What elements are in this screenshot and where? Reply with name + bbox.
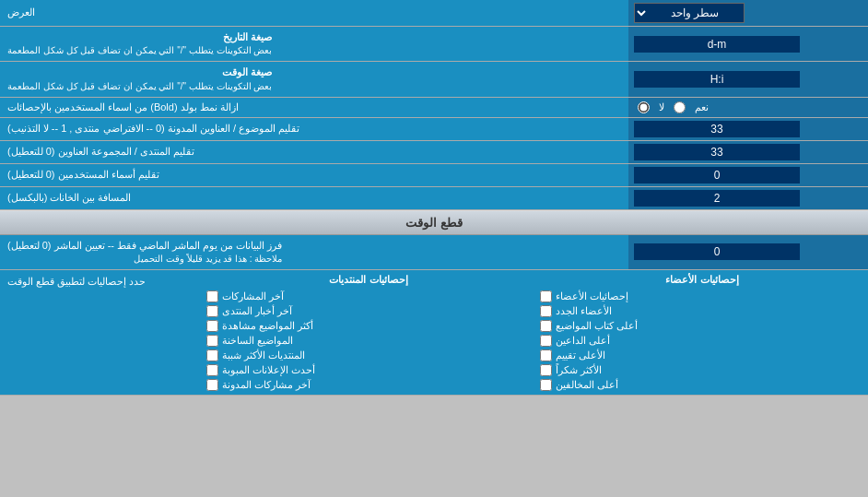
usernames-row: تقليم أسماء المستخدمين (0 للتعطيل) (0, 164, 868, 187)
date-format-title: صيغة التاريخ (7, 30, 272, 44)
check-member-1-label: إحصائيات الأعضاء (556, 290, 628, 302)
forum-topic-input[interactable] (634, 121, 800, 137)
check-item-2: آخر أخبار المنتدى (206, 305, 531, 317)
filter-label-sublabel: ملاحظة : هذا قد يزيد قليلاً وقت التحميل (7, 253, 282, 266)
check-member-5-label: الأعلى تقييم (556, 349, 605, 361)
check-member-4-label: أعلى الداعين (556, 335, 610, 347)
time-cutoff-title: قطع الوقت (405, 216, 463, 230)
check-item-3-label: أكثر المواضيع مشاهدة (222, 320, 313, 332)
check-member-4: أعلى الداعين (540, 335, 864, 347)
check-member-4-checkbox[interactable] (540, 335, 552, 347)
check-item-1-label: آخر المشاركات (222, 290, 284, 302)
check-item-1: آخر المشاركات (206, 290, 531, 302)
filter-row: فرز البيانات من يوم الماشر الماضي فقط --… (0, 235, 868, 270)
check-member-6-label: الأكثر شكراً (556, 364, 602, 376)
time-format-row: صيغة الوقت بعض التكوينات يتطلب "/" التي … (0, 62, 868, 97)
spacing-row: المسافة بين الخانات (بالبكسل) (0, 187, 868, 210)
stats-checkboxes-container: حدد إحصاليات لتطبيق قطع الوقت إحصائيات ا… (0, 270, 868, 396)
check-item-6-label: أحدث الإعلانات المبوبة (222, 364, 315, 376)
check-item-4-checkbox[interactable] (206, 335, 218, 347)
stats-col2-header: إحصائيات الأعضاء (540, 274, 864, 286)
check-item-3: أكثر المواضيع مشاهدة (206, 320, 531, 332)
check-member-5: الأعلى تقييم (540, 349, 864, 361)
spacing-input-cell (628, 187, 868, 209)
bold-label: ازالة نمط بولد (Bold) من اسماء المستخدمي… (0, 98, 628, 117)
filter-input-cell (628, 235, 868, 269)
check-member-5-checkbox[interactable] (540, 349, 552, 361)
forum-group-label: تقليم المنتدى / المجموعة العناوين (0 للت… (0, 141, 628, 163)
check-member-7-checkbox[interactable] (540, 379, 552, 391)
bold-radio-inputs: نعم لا (628, 98, 868, 117)
time-format-title: صيغة الوقت (7, 65, 272, 79)
forum-group-row: تقليم المنتدى / المجموعة العناوين (0 للت… (0, 141, 868, 164)
check-member-3: أعلى كتاب المواضيع (540, 320, 864, 332)
display-label: العرض (0, 0, 628, 26)
check-item-2-label: آخر أخبار المنتدى (222, 305, 292, 317)
forum-group-label-text: تقليم المنتدى / المجموعة العناوين (0 للت… (7, 145, 194, 159)
filter-label: فرز البيانات من يوم الماشر الماضي فقط --… (0, 235, 628, 269)
check-member-1: إحصائيات الأعضاء (540, 290, 864, 302)
forum-topic-input-cell (628, 118, 868, 140)
check-member-7: أعلى المخالفين (540, 379, 864, 391)
date-format-label: صيغة التاريخ بعض التكوينات يتطلب "/" الت… (0, 27, 628, 61)
check-member-2-label: الأعضاء الجدد (556, 305, 612, 317)
check-member-6-checkbox[interactable] (540, 364, 552, 376)
check-item-5: المنتديات الأكثر شببة (206, 349, 531, 361)
bold-yes-radio[interactable] (674, 101, 686, 113)
stats-col-members: إحصائيات الأعضاء إحصائيات الأعضاء الأعضا… (540, 274, 864, 391)
check-member-7-label: أعلى المخالفين (556, 379, 618, 391)
usernames-input[interactable] (634, 167, 800, 183)
stats-columns: إحصائيات المنتديات آخر المشاركات آخر أخب… (203, 270, 868, 395)
display-label-text: العرض (7, 6, 35, 19)
check-item-7-checkbox[interactable] (206, 379, 218, 391)
display-input-cell: سطر واحد (628, 0, 868, 26)
forum-topic-label: تقليم الموضوع / العناوين المدونة (0 -- ا… (0, 118, 628, 140)
check-item-4: المواضيع الساخنة (206, 335, 531, 347)
check-item-6-checkbox[interactable] (206, 364, 218, 376)
display-dropdown[interactable]: سطر واحد (634, 3, 745, 23)
usernames-label-text: تقليم أسماء المستخدمين (0 للتعطيل) (7, 168, 159, 182)
bold-no-radio[interactable] (638, 101, 650, 113)
date-format-sublabel: بعض التكوينات يتطلب "/" التي يمكن ان تضا… (7, 44, 272, 57)
check-member-3-label: أعلى كتاب المواضيع (556, 320, 638, 332)
filter-input[interactable] (634, 243, 800, 260)
check-item-5-label: المنتديات الأكثر شببة (222, 349, 305, 361)
check-item-7: آخر مشاركات المدونة (206, 379, 531, 391)
check-member-2: الأعضاء الجدد (540, 305, 864, 317)
forum-topic-row: تقليم الموضوع / العناوين المدونة (0 -- ا… (0, 118, 868, 141)
stats-col-forum: إحصائيات المنتديات آخر المشاركات آخر أخب… (206, 274, 531, 391)
bold-row: ازالة نمط بولد (Bold) من اسماء المستخدمي… (0, 98, 868, 118)
filter-label-text: فرز البيانات من يوم الماشر الماضي فقط --… (7, 239, 282, 253)
check-item-3-checkbox[interactable] (206, 320, 218, 332)
time-cutoff-header: قطع الوقت (0, 210, 868, 235)
check-member-1-checkbox[interactable] (540, 290, 552, 302)
date-format-row: صيغة التاريخ بعض التكوينات يتطلب "/" الت… (0, 27, 868, 62)
time-format-input-cell (628, 62, 868, 96)
spacing-label: المسافة بين الخانات (بالبكسل) (0, 187, 628, 209)
check-item-5-checkbox[interactable] (206, 349, 218, 361)
date-format-input-cell (628, 27, 868, 61)
spacing-label-text: المسافة بين الخانات (بالبكسل) (7, 191, 132, 205)
usernames-input-cell (628, 164, 868, 186)
check-item-4-label: المواضيع الساخنة (222, 335, 293, 347)
usernames-label: تقليم أسماء المستخدمين (0 للتعطيل) (0, 164, 628, 186)
check-item-2-checkbox[interactable] (206, 305, 218, 317)
check-item-7-label: آخر مشاركات المدونة (222, 379, 311, 391)
time-format-input[interactable] (634, 71, 800, 88)
check-item-6: أحدث الإعلانات المبوبة (206, 364, 531, 376)
stats-main-label-text: حدد إحصاليات لتطبيق قطع الوقت (7, 276, 146, 288)
spacing-input[interactable] (634, 190, 800, 207)
bold-label-text: ازالة نمط بولد (Bold) من اسماء المستخدمي… (7, 101, 239, 113)
check-member-2-checkbox[interactable] (540, 305, 552, 317)
time-format-sublabel: بعض التكوينات يتطلب "/" التي يمكن ان تضا… (7, 80, 272, 93)
forum-group-input-cell (628, 141, 868, 163)
forum-group-input[interactable] (634, 144, 800, 160)
date-format-input[interactable] (634, 36, 800, 53)
bold-yes-label: نعم (695, 101, 709, 113)
display-row: العرض سطر واحد (0, 0, 868, 27)
time-format-label: صيغة الوقت بعض التكوينات يتطلب "/" التي … (0, 62, 628, 96)
bold-no-label: لا (659, 101, 664, 113)
check-member-3-checkbox[interactable] (540, 320, 552, 332)
stats-main-label: حدد إحصاليات لتطبيق قطع الوقت (0, 270, 203, 395)
check-item-1-checkbox[interactable] (206, 290, 218, 302)
